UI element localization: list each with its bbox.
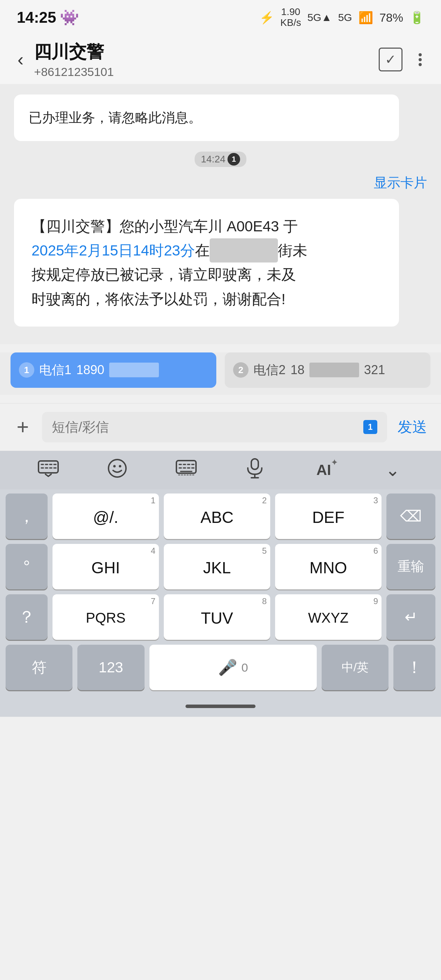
space-key[interactable]: 🎤 0 — [150, 645, 317, 690]
show-card-button[interactable]: 显示卡片 — [374, 174, 427, 192]
chat-header: ‹ 四川交警 +86121235101 ✓ — [0, 35, 441, 84]
key-num-5: 5 — [262, 547, 267, 555]
delete-key[interactable]: ⌫ — [387, 493, 435, 539]
num-label: 123 — [99, 659, 123, 676]
question-key[interactable]: ？ — [6, 594, 48, 640]
key-label-7: PQRS — [86, 610, 125, 626]
collapse-icon: ⌄ — [385, 460, 400, 480]
sim1-label: 电信1 — [39, 361, 72, 379]
show-card-row: 显示卡片 — [14, 174, 427, 192]
sim1-button[interactable]: 1 电信1 1890 ████ — [11, 352, 216, 388]
emoji-icon — [107, 458, 127, 482]
devil-icon: 👾 — [60, 8, 79, 27]
keyboard-switch-button[interactable] — [170, 458, 202, 482]
degree-key[interactable]: ° — [6, 544, 48, 589]
sim2-number: 18 — [290, 363, 304, 377]
dot-2 — [419, 58, 422, 61]
home-indicator — [0, 696, 441, 717]
comma-label: ， — [18, 505, 35, 527]
key-num-6: 6 — [373, 547, 378, 555]
contact-phone: +86121235101 — [34, 65, 372, 79]
chat-area: 已办理业务，请忽略此消息。 14:24 1 显示卡片 【四川交警】您的小型汽车川… — [0, 84, 441, 344]
ai-star-icon: ✦ — [331, 458, 338, 467]
key-7-pqrs[interactable]: 7 PQRS — [53, 594, 159, 640]
dot-1 — [419, 53, 422, 56]
keyboard-toolbar: AI ✦ ⌄ — [0, 451, 441, 489]
msg-highlight-time: 2025年2月15日14时23分 — [32, 242, 195, 259]
key-3-abc[interactable]: 3 DEF — [275, 493, 382, 539]
voice-icon — [247, 458, 263, 482]
enter-key[interactable]: ↵ — [387, 594, 435, 640]
sim-selector: 1 电信1 1890 ████ 2 电信2 18 ████ 321 — [0, 352, 441, 395]
ai-button[interactable]: AI ✦ — [308, 458, 339, 482]
timestamp-sim-badge: 1 — [228, 153, 240, 165]
key-5-jkl[interactable]: 5 JKL — [164, 544, 270, 589]
home-bar — [186, 705, 255, 708]
old-message-text: 已办理业务，请忽略此消息。 — [29, 110, 202, 125]
key-label-4: GHI — [91, 558, 120, 577]
key-num-3: 3 — [373, 496, 378, 505]
key-num-8: 8 — [262, 597, 267, 606]
exclaim-key[interactable]: ！ — [393, 645, 435, 690]
keyboard-keys: ， 1 @/. 2 ABC 3 DEF ⌫ ° — [0, 489, 441, 696]
voice-input-button[interactable] — [239, 458, 271, 482]
keyboard: AI ✦ ⌄ ， 1 @/. 2 ABC 3 DE — [0, 451, 441, 696]
key-4-ghi[interactable]: 4 GHI — [53, 544, 159, 589]
key-6-mno[interactable]: 6 MNO — [275, 544, 382, 589]
more-options-button[interactable] — [413, 48, 427, 72]
status-bar: 14:25 👾 ⚡ 1.90KB/s 5G▲ 5G 📶 78% 🔋 — [0, 0, 441, 35]
add-attachment-button[interactable]: + — [11, 417, 35, 438]
svg-rect-0 — [38, 461, 58, 473]
degree-label: ° — [23, 557, 30, 576]
key-1-abc[interactable]: 1 @/. — [53, 493, 159, 539]
select-messages-button[interactable]: ✓ — [379, 48, 403, 72]
key-num-4: 4 — [151, 547, 155, 555]
hide-keyboard-button[interactable] — [33, 458, 64, 482]
timestamp-row: 14:24 1 — [14, 151, 427, 167]
data-speed: 1.90KB/s — [280, 6, 301, 29]
battery-icon: 🔋 — [409, 11, 424, 24]
network-5ga-icon: 5G▲ — [307, 11, 332, 24]
key-num-9: 9 — [373, 597, 378, 606]
sim2-button[interactable]: 2 电信2 18 ████ 321 — [225, 352, 430, 388]
mic-space-icon: 🎤 — [218, 659, 237, 676]
sim1-number: 1890 — [76, 363, 104, 377]
hide-keyboard-icon — [38, 460, 59, 480]
key-label-8: TUV — [201, 609, 233, 628]
back-button[interactable]: ‹ — [14, 46, 27, 73]
fu-label: 符 — [32, 658, 46, 677]
question-label: ？ — [18, 606, 35, 628]
key-8-tuv[interactable]: 8 TUV — [164, 594, 270, 640]
msg-prefix: 【四川交警】您的小型汽车川 A00E43 于 — [32, 218, 298, 234]
keyboard-switch-icon — [176, 460, 197, 480]
reinput-label: 重输 — [398, 558, 424, 575]
reinput-key[interactable]: 重输 — [387, 544, 435, 589]
collapse-keyboard-button[interactable]: ⌄ — [377, 458, 408, 482]
svg-point-10 — [113, 465, 116, 467]
key-label-5: JKL — [203, 558, 231, 577]
contact-info: 四川交警 +86121235101 — [34, 40, 372, 79]
num-key[interactable]: 123 — [77, 645, 144, 690]
send-button[interactable]: 发送 — [394, 417, 430, 437]
sim2-label: 电信2 — [253, 361, 286, 379]
old-message-bubble: 已办理业务，请忽略此消息。 — [14, 94, 399, 141]
message-input[interactable] — [52, 420, 358, 435]
msg-middle: 在 — [195, 242, 210, 259]
main-message-bubble: 【四川交警】您的小型汽车川 A00E43 于 2025年2月15日14时23分在… — [14, 199, 399, 326]
comma-key[interactable]: ， — [6, 493, 48, 539]
ai-icon: AI ✦ — [317, 461, 331, 479]
key-label-1: @/. — [93, 508, 118, 527]
check-icon: ✓ — [385, 52, 396, 67]
key-label-9: WXYZ — [308, 610, 349, 626]
key-9-wxyz[interactable]: 9 WXYZ — [275, 594, 382, 640]
wifi-icon: 📶 — [358, 11, 373, 24]
emoji-button[interactable] — [102, 458, 133, 482]
dot-3 — [419, 63, 422, 66]
sim1-number-blur: ████ — [109, 363, 159, 377]
lang-key[interactable]: 中/英 — [322, 645, 388, 690]
exclaim-label: ！ — [406, 656, 423, 679]
battery-label: 78% — [379, 11, 403, 24]
fu-key[interactable]: 符 — [6, 645, 72, 690]
key-2-abc[interactable]: 2 ABC — [164, 493, 270, 539]
key-num-1: 1 — [151, 496, 155, 505]
